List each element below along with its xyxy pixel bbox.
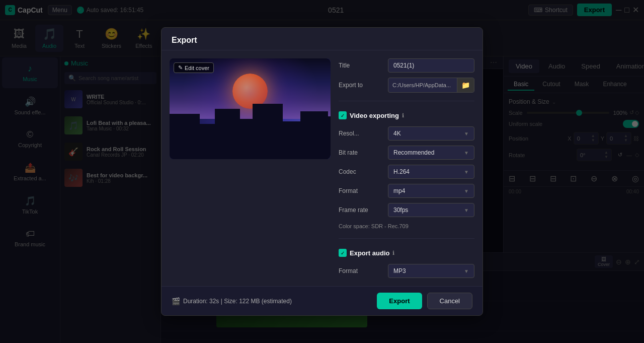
format-label: Format — [339, 187, 384, 194]
divider-1 — [339, 101, 474, 101]
framerate-arrow: ▼ — [464, 208, 469, 213]
building-6 — [280, 121, 303, 159]
title-input[interactable] — [388, 58, 474, 73]
browse-button[interactable]: 📁 — [457, 78, 474, 92]
format-select[interactable]: mp4 ▼ — [388, 184, 474, 198]
export-to-label: Export to — [339, 82, 384, 89]
duration-info: 🎬 Duration: 32s | Size: 122 MB (estimate… — [172, 297, 292, 305]
cover-buildings — [170, 104, 331, 159]
resolution-row: Resol... 4K ▼ — [339, 126, 474, 141]
divider-2 — [339, 238, 474, 239]
bitrate-select[interactable]: Recommended ▼ — [388, 146, 474, 160]
video-exporting-header: ✓ Video exporting ℹ — [339, 111, 474, 119]
cover-preview: ✎ Edit cover — [170, 58, 331, 159]
title-row: Title — [339, 58, 474, 73]
cover-city-scene — [170, 58, 331, 159]
export-dialog: Export — [161, 27, 483, 316]
codec-select[interactable]: H.264 ▼ — [388, 165, 474, 179]
export-button[interactable]: Export — [377, 293, 422, 309]
resolution-label: Resol... — [339, 130, 384, 137]
resolution-select[interactable]: 4K ▼ — [388, 126, 474, 141]
bitrate-row: Bit rate Recommended ▼ — [339, 146, 474, 160]
export-path-control: C:/Users/HP/AppData... 📁 — [388, 78, 474, 93]
audio-info-icon: ℹ — [392, 250, 394, 256]
building-3 — [215, 109, 240, 159]
codec-row: Codec H.264 ▼ — [339, 165, 474, 179]
framerate-value: 30fps — [393, 207, 408, 214]
building-7 — [300, 111, 328, 159]
audio-format-select[interactable]: MP3 ▼ — [388, 264, 474, 278]
edit-icon: ✎ — [178, 64, 183, 71]
bitrate-value: Recommended — [393, 149, 434, 156]
export-audio-header: ✓ Export audio ℹ — [339, 249, 474, 257]
film-icon: 🎬 — [172, 297, 180, 305]
building-1 — [170, 114, 200, 159]
duration-text: Duration: 32s | Size: 122 MB (estimated) — [183, 298, 292, 305]
dialog-footer: 🎬 Duration: 32s | Size: 122 MB (estimate… — [162, 286, 482, 315]
building-5 — [253, 104, 283, 159]
framerate-select[interactable]: 30fps ▼ — [388, 203, 474, 217]
export-dialog-overlay: Export — [0, 0, 644, 343]
video-info-icon: ℹ — [402, 112, 404, 119]
dialog-body: ✎ Edit cover Title Export to C:/Users/HP… — [162, 50, 482, 286]
resolution-arrow: ▼ — [464, 131, 469, 136]
dialog-header: Export — [162, 28, 482, 50]
format-arrow: ▼ — [464, 188, 469, 194]
export-to-row: Export to C:/Users/HP/AppData... 📁 — [339, 78, 474, 93]
bitrate-arrow: ▼ — [464, 150, 469, 156]
footer-buttons: Export Cancel — [377, 293, 472, 309]
codec-value: H.264 — [393, 168, 410, 175]
color-space-text: Color space: SDR - Rec.709 — [339, 223, 409, 229]
audio-format-label: Format — [339, 267, 384, 275]
dialog-form: Title Export to C:/Users/HP/AppData... 📁… — [339, 58, 474, 278]
resolution-value: 4K — [393, 130, 401, 137]
building-2 — [197, 124, 217, 159]
video-exporting-title: Video exporting — [350, 112, 399, 119]
framerate-row: Frame rate 30fps ▼ — [339, 203, 474, 217]
audio-export-checkbox[interactable]: ✓ — [339, 249, 347, 257]
title-field-label: Title — [339, 62, 384, 69]
framerate-label: Frame rate — [339, 207, 384, 214]
cancel-button[interactable]: Cancel — [427, 293, 472, 309]
export-path-text: C:/Users/HP/AppData... — [388, 79, 457, 91]
building-8 — [326, 116, 331, 159]
dialog-cover-section: ✎ Edit cover — [170, 58, 331, 278]
export-audio-title: Export audio — [350, 249, 389, 257]
format-value: mp4 — [393, 187, 405, 194]
bitrate-label: Bit rate — [339, 149, 384, 156]
audio-format-arrow: ▼ — [464, 268, 469, 274]
color-space-row: Color space: SDR - Rec.709 — [339, 222, 474, 230]
format-row: Format mp4 ▼ — [339, 184, 474, 198]
audio-format-row: Format MP3 ▼ — [339, 264, 474, 278]
video-export-checkbox[interactable]: ✓ — [339, 111, 347, 119]
codec-label: Codec — [339, 168, 384, 175]
audio-format-value: MP3 — [393, 267, 406, 275]
edit-cover-button[interactable]: ✎ Edit cover — [174, 62, 214, 73]
edit-cover-label: Edit cover — [185, 65, 209, 71]
codec-arrow: ▼ — [464, 169, 469, 175]
